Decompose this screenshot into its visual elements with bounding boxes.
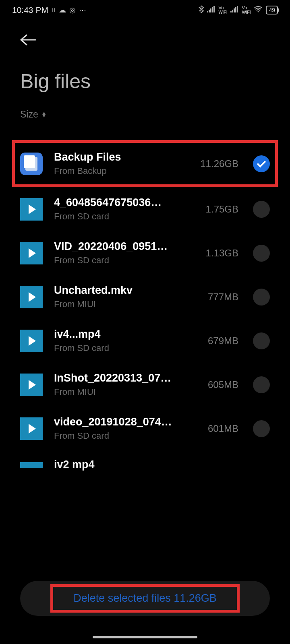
sort-label: Size: [20, 109, 38, 120]
file-source: From SD card: [54, 211, 195, 222]
header: Big files Size ▲▼: [0, 20, 290, 128]
svg-rect-3: [212, 7, 213, 12]
file-name: iv2 mp4: [54, 458, 95, 471]
vowifi-label-1: VoWiFi: [218, 6, 227, 14]
home-indicator[interactable]: [93, 636, 197, 638]
signal-icon-2: [230, 6, 238, 14]
file-name: iv4...mp4: [54, 328, 197, 341]
more-icon: ⋯: [79, 6, 87, 14]
file-info: Backup Files From Backup: [54, 151, 189, 176]
file-list: Backup Files From Backup 11.26GB 4_60485…: [0, 140, 290, 471]
file-source: From Backup: [54, 166, 189, 176]
page-title: Big files: [20, 70, 270, 93]
file-checkbox[interactable]: [253, 332, 270, 349]
file-checkbox[interactable]: [253, 201, 270, 218]
highlight-annotation: [50, 584, 240, 613]
file-item[interactable]: VID_20220406_0951… From SD card 1.13GB: [16, 231, 274, 275]
cloud-icon: ☁: [59, 6, 66, 14]
file-info: Uncharted.mkv From MIUI: [54, 284, 197, 310]
file-item-partial[interactable]: iv2 mp4: [16, 450, 274, 471]
delete-button[interactable]: Delete selected files 11.26GB: [20, 581, 270, 616]
checkmark-icon: [257, 158, 266, 167]
status-bar: 10:43 PM ⌗ ☁ ◎ ⋯ VoWiFi VoWiFi 49: [0, 0, 290, 20]
battery-icon: 49: [266, 6, 278, 14]
file-source: From SD card: [54, 431, 197, 441]
svg-rect-8: [235, 7, 236, 12]
file-name: video_20191028_074…: [54, 416, 197, 428]
file-size: 1.13GB: [206, 248, 238, 259]
file-name: Backup Files: [54, 151, 189, 163]
status-left: 10:43 PM ⌗ ☁ ◎ ⋯: [12, 5, 87, 15]
video-file-icon: [20, 417, 43, 440]
video-file-icon: [20, 462, 43, 468]
file-checkbox[interactable]: [253, 420, 270, 437]
play-icon: [29, 204, 36, 214]
bottom-action-bar: Delete selected files 11.26GB: [20, 581, 270, 616]
video-file-icon: [20, 374, 43, 396]
svg-rect-4: [213, 6, 215, 12]
svg-rect-1: [209, 10, 210, 12]
svg-rect-5: [230, 11, 232, 12]
backup-file-icon: [20, 153, 43, 175]
slack-icon: ⌗: [52, 6, 56, 14]
file-info: video_20191028_074… From SD card: [54, 416, 197, 441]
bluetooth-icon: [198, 5, 204, 15]
play-icon: [29, 248, 36, 258]
file-source: From SD card: [54, 255, 195, 266]
battery-level: 49: [269, 7, 275, 13]
file-info: VID_20220406_0951… From SD card: [54, 240, 195, 266]
file-size: 777MB: [208, 291, 238, 303]
svg-rect-6: [232, 10, 233, 12]
instagram-icon: ◎: [69, 6, 76, 14]
svg-point-10: [258, 11, 259, 12]
video-file-icon: [20, 242, 43, 264]
video-file-icon: [20, 286, 43, 308]
file-checkbox[interactable]: [253, 289, 270, 305]
file-checkbox[interactable]: [253, 245, 270, 262]
file-size: 1.75GB: [206, 204, 238, 215]
sort-control[interactable]: Size ▲▼: [20, 109, 270, 120]
file-source: From MIUI: [54, 387, 197, 397]
file-size: 11.26GB: [200, 158, 238, 169]
svg-rect-0: [207, 11, 208, 12]
file-checkbox[interactable]: [253, 155, 270, 172]
file-item[interactable]: video_20191028_074… From SD card 601MB: [16, 407, 274, 450]
file-size: 601MB: [208, 423, 238, 434]
vowifi-label-2: VoWiFi: [242, 6, 251, 14]
signal-icon-1: [207, 6, 215, 14]
file-name: InShot_20220313_07…: [54, 372, 197, 384]
file-source: From MIUI: [54, 299, 197, 310]
file-size: 679MB: [208, 335, 238, 347]
back-button[interactable]: [20, 32, 36, 50]
file-info: 4_60485647675036… From SD card: [54, 196, 195, 222]
play-icon: [29, 424, 36, 433]
file-size: 605MB: [208, 379, 238, 390]
file-name: 4_60485647675036…: [54, 196, 195, 209]
file-info: iv4...mp4 From SD card: [54, 328, 197, 353]
file-item[interactable]: iv4...mp4 From SD card 679MB: [16, 319, 274, 363]
file-item[interactable]: Uncharted.mkv From MIUI 777MB: [16, 275, 274, 319]
sort-arrows-icon: ▲▼: [41, 112, 47, 117]
file-name: VID_20220406_0951…: [54, 240, 195, 253]
status-right: VoWiFi VoWiFi 49: [198, 5, 278, 15]
wifi-icon: [254, 6, 263, 14]
file-item[interactable]: InShot_20220313_07… From MIUI 605MB: [16, 363, 274, 407]
play-icon: [29, 336, 36, 346]
file-item[interactable]: 4_60485647675036… From SD card 1.75GB: [16, 187, 274, 231]
video-file-icon: [20, 330, 43, 352]
file-item-backup[interactable]: Backup Files From Backup 11.26GB: [12, 140, 278, 187]
file-checkbox[interactable]: [253, 376, 270, 393]
file-source: From SD card: [54, 343, 197, 353]
file-name: Uncharted.mkv: [54, 284, 197, 297]
file-info: InShot_20220313_07… From MIUI: [54, 372, 197, 397]
svg-rect-7: [234, 8, 235, 12]
play-icon: [29, 292, 36, 302]
svg-rect-9: [237, 6, 238, 12]
play-icon: [29, 380, 36, 390]
video-file-icon: [20, 198, 43, 221]
status-time: 10:43 PM: [12, 5, 48, 15]
svg-rect-2: [210, 8, 211, 12]
